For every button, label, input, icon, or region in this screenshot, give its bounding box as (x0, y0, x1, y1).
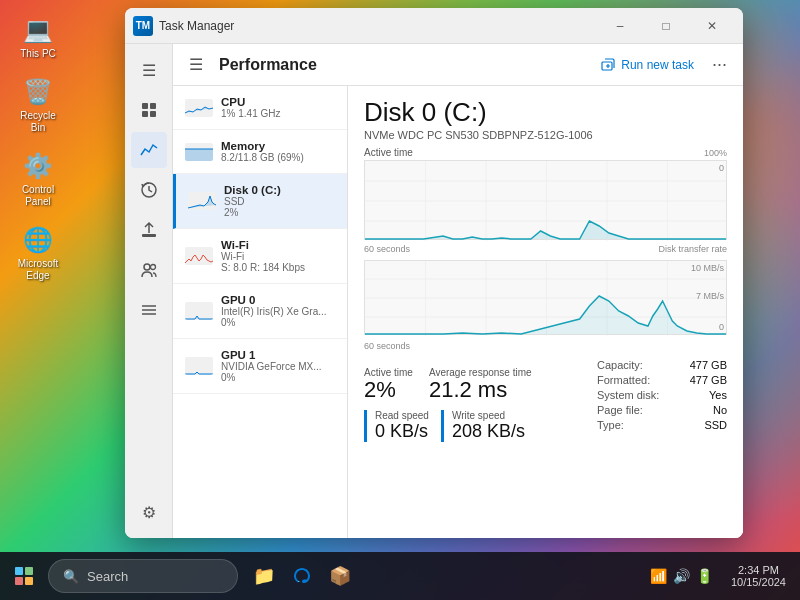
recycle-bin-icon: 🗑️ (22, 76, 54, 108)
minimize-button[interactable]: – (597, 11, 643, 41)
transfer-rate-chart-section: 10 MB/s 7 MB/s 0 60 seconds (364, 260, 727, 353)
header-actions: Run new task ··· (591, 53, 727, 77)
body-area: CPU 1% 1.41 GHz (173, 86, 743, 538)
gpu0-sub: Intel(R) Iris(R) Xe Gra... (221, 306, 335, 317)
gpu1-mini-graph (185, 357, 213, 375)
taskbar-dropbox[interactable]: 📦 (322, 558, 358, 594)
cpu-mini-graph (185, 99, 213, 117)
more-options-button[interactable]: ··· (712, 54, 727, 75)
hamburger-icon[interactable]: ☰ (189, 55, 203, 74)
svg-rect-2 (142, 111, 148, 117)
taskbar-search[interactable]: 🔍 Search (48, 559, 238, 593)
gpu0-name: GPU 0 (221, 294, 335, 306)
taskbar: 🔍 Search 📁 📦 📶 🔊 🔋 2:34 PM 10 (0, 552, 800, 600)
chart2-x-label: 60 seconds (364, 341, 410, 351)
avg-response-stat-value: 21.2 ms (429, 378, 532, 402)
gpu1-pct: 0% (221, 372, 335, 383)
active-time-label: Active time (364, 147, 413, 158)
sidebar-menu-button[interactable]: ☰ (131, 52, 167, 88)
sidebar-users-button[interactable] (131, 252, 167, 288)
memory-info: Memory 8.2/11.8 GB (69%) (221, 140, 335, 163)
wifi-sub2: S: 8.0 R: 184 Kbps (221, 262, 335, 273)
sidebar-processes-button[interactable] (131, 92, 167, 128)
edge-icon: 🌐 (22, 224, 54, 256)
process-item-cpu[interactable]: CPU 1% 1.41 GHz (173, 86, 347, 130)
chart1-top-label: 0 (719, 163, 724, 173)
page-title: Performance (219, 56, 583, 74)
window-content: ☰ (125, 44, 743, 538)
svg-rect-3 (150, 111, 156, 117)
type-row: Type: SSD (597, 419, 727, 431)
maximize-button[interactable]: □ (643, 11, 689, 41)
taskbar-file-explorer[interactable]: 📁 (246, 558, 282, 594)
control-panel-icon: ⚙️ (22, 150, 54, 182)
process-item-disk0[interactable]: Disk 0 (C:) SSD 2% (173, 174, 347, 229)
disk0-sub: SSD (224, 196, 335, 207)
memory-mini-graph (185, 143, 213, 161)
gpu1-info: GPU 1 NVIDIA GeForce MX... 0% (221, 349, 335, 383)
system-disk-label: System disk: (597, 389, 659, 401)
active-time-chart-section: Active time 100% (364, 147, 727, 254)
disk0-info: Disk 0 (C:) SSD 2% (224, 184, 335, 218)
write-speed-label: Write speed (452, 410, 525, 421)
detail-header: Disk 0 (C:) NVMe WDC PC SN530 SDBPNPZ-51… (364, 98, 727, 141)
active-time-stat: Active time 2% (364, 367, 413, 402)
close-button[interactable]: ✕ (689, 11, 735, 41)
memory-sub: 8.2/11.8 GB (69%) (221, 152, 335, 163)
app-icon: TM (133, 16, 153, 36)
process-item-gpu1[interactable]: GPU 1 NVIDIA GeForce MX... 0% (173, 339, 347, 394)
type-value: SSD (704, 419, 727, 431)
stats-row-top: Active time 2% Average response time 21.… (364, 367, 581, 402)
desktop-icon-this-pc[interactable]: 💻 This PC (8, 10, 68, 64)
process-item-memory[interactable]: Memory 8.2/11.8 GB (69%) (173, 130, 347, 174)
window-titlebar: TM Task Manager – □ ✕ (125, 8, 743, 44)
battery-icon[interactable]: 🔋 (696, 568, 713, 584)
taskbar-edge[interactable] (284, 558, 320, 594)
sidebar-performance-button[interactable] (131, 132, 167, 168)
svg-rect-1 (150, 103, 156, 109)
sidebar-settings-button[interactable]: ⚙ (131, 494, 167, 530)
edge-label: Microsoft Edge (12, 258, 64, 282)
read-speed-item: Read speed 0 KB/s (364, 410, 429, 442)
time-display: 2:34 PM (738, 564, 779, 576)
process-list: CPU 1% 1.41 GHz (173, 86, 348, 538)
system-disk-value: Yes (709, 389, 727, 401)
type-label: Type: (597, 419, 624, 431)
volume-icon[interactable]: 🔊 (673, 568, 690, 584)
memory-name: Memory (221, 140, 335, 152)
desktop-icons: 💻 This PC 🗑️ Recycle Bin ⚙️ Control Pane… (8, 10, 68, 286)
sidebar-startup-button[interactable] (131, 212, 167, 248)
gpu1-name: GPU 1 (221, 349, 335, 361)
desktop: 💻 This PC 🗑️ Recycle Bin ⚙️ Control Pane… (0, 0, 800, 600)
svg-rect-0 (142, 103, 148, 109)
run-new-task-label: Run new task (621, 58, 694, 72)
wifi-sub: Wi-Fi (221, 251, 335, 262)
formatted-row: Formatted: 477 GB (597, 374, 727, 386)
chart2-mid-label: 7 MB/s (696, 291, 724, 301)
detail-panel: Disk 0 (C:) NVMe WDC PC SN530 SDBPNPZ-51… (348, 86, 743, 538)
rw-row: Read speed 0 KB/s Write speed 208 KB/s (364, 410, 581, 442)
desktop-icon-edge[interactable]: 🌐 Microsoft Edge (8, 220, 68, 286)
process-item-gpu0[interactable]: GPU 0 Intel(R) Iris(R) Xe Gra... 0% (173, 284, 347, 339)
process-item-wifi[interactable]: Wi-Fi Wi-Fi S: 8.0 R: 184 Kbps (173, 229, 347, 284)
desktop-icon-control-panel[interactable]: ⚙️ Control Panel (8, 146, 68, 212)
network-icon[interactable]: 📶 (650, 568, 667, 584)
sidebar: ☰ (125, 44, 173, 538)
gpu0-pct: 0% (221, 317, 335, 328)
gpu0-mini-graph (185, 302, 213, 320)
desktop-icon-recycle-bin[interactable]: 🗑️ Recycle Bin (8, 72, 68, 138)
this-pc-icon: 💻 (22, 14, 54, 46)
start-button[interactable] (8, 560, 40, 592)
task-manager-window: TM Task Manager – □ ✕ ☰ (125, 8, 743, 538)
system-disk-row: System disk: Yes (597, 389, 727, 401)
run-new-task-button[interactable]: Run new task (591, 53, 704, 77)
cpu-info: CPU 1% 1.41 GHz (221, 96, 335, 119)
sidebar-details-button[interactable] (131, 292, 167, 328)
write-speed-item: Write speed 208 KB/s (441, 410, 525, 442)
sidebar-history-button[interactable] (131, 172, 167, 208)
disk0-pct: 2% (224, 207, 335, 218)
svg-rect-5 (142, 234, 156, 237)
clock[interactable]: 2:34 PM 10/15/2024 (725, 564, 792, 588)
read-speed-label: Read speed (375, 410, 429, 421)
svg-point-6 (144, 264, 150, 270)
